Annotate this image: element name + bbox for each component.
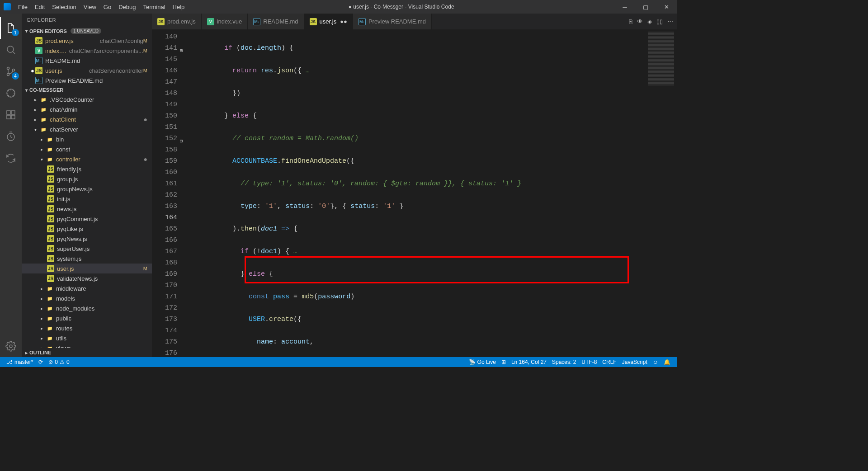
tab-dirty-icon: ● <box>340 18 347 25</box>
scm-badge: 4 <box>12 72 19 80</box>
tabs-actions: ⎘ 👁 ◈ ▯▯ ⋯ <box>629 14 677 29</box>
open-editor-item[interactable]: ●JSuser.jschatServer\controllerM <box>22 66 152 75</box>
code-editor[interactable]: 140141⊞145146147148149150151152⊞15815916… <box>152 29 677 357</box>
maximize-button[interactable]: ▢ <box>635 0 656 14</box>
menu-debug[interactable]: Debug <box>115 2 139 12</box>
open-editor-item[interactable]: M↓README.md <box>22 56 152 66</box>
tree-item[interactable]: JSfriendly.js <box>22 164 152 174</box>
tree-item[interactable]: ▸📁public <box>22 313 152 323</box>
tree-item[interactable]: ▸📁routes <box>22 323 152 333</box>
svg-point-4 <box>13 69 15 71</box>
activity-sync[interactable] <box>0 147 22 169</box>
status-bell[interactable]: 🔔 <box>661 359 673 365</box>
menu-help[interactable]: Help <box>169 2 189 12</box>
split-icon[interactable]: ▯▯ <box>656 18 663 25</box>
open-editors-header[interactable]: ▾ OPEN EDITORS 1 UNSAVED <box>22 26 152 36</box>
status-port[interactable]: ⊞ <box>499 359 509 365</box>
open-editor-item[interactable]: M↓Preview README.md <box>22 75 152 85</box>
editor-tabs: JSprod.env.jsVindex.vueM↓README.mdJSuser… <box>152 14 677 29</box>
svg-rect-9 <box>11 115 15 119</box>
editor-tab[interactable]: M↓README.md <box>248 14 304 29</box>
tree-item[interactable]: ▸📁const <box>22 144 152 154</box>
menu-selection[interactable]: Selection <box>48 2 80 12</box>
svg-point-2 <box>7 67 9 70</box>
editor-tab[interactable]: JSprod.env.js <box>152 14 202 29</box>
tree-item[interactable]: JSuser.jsM <box>22 264 152 273</box>
tree-item[interactable]: ▸📁utils <box>22 333 152 343</box>
activity-explorer[interactable]: 1 <box>0 17 22 39</box>
status-spaces[interactable]: Spaces: 2 <box>549 359 579 365</box>
outline-header[interactable]: ▸ OUTLINE <box>22 348 152 357</box>
tree-item[interactable]: ▸📁bin <box>22 134 152 144</box>
status-encoding[interactable]: UTF-8 <box>579 359 599 365</box>
svg-rect-6 <box>7 111 10 114</box>
menu-file[interactable]: File <box>14 2 31 12</box>
tree-item[interactable]: ▸📁node_modules <box>22 303 152 313</box>
code-content[interactable]: if (doc.length) { return res.json({ … })… <box>184 29 645 357</box>
menu-go[interactable]: Go <box>100 2 115 12</box>
open-editors-list: JSprod.env.jschatClient\configMVindex.vu… <box>22 36 152 85</box>
close-button[interactable]: ✕ <box>656 0 677 14</box>
tree-item[interactable]: ▸📁views <box>22 343 152 348</box>
status-branch[interactable]: ⎇ master* <box>4 359 36 365</box>
tree-item[interactable]: JSnews.js <box>22 204 152 214</box>
status-errors[interactable]: ⊘ 0 ⚠ 0 <box>46 359 72 365</box>
tree-item[interactable]: JSvalidateNews.js <box>22 273 152 283</box>
unsaved-badge: 1 UNSAVED <box>71 28 101 34</box>
svg-line-1 <box>13 52 15 54</box>
activity-scm[interactable]: 4 <box>0 61 22 82</box>
diff-icon[interactable]: ◈ <box>647 18 652 25</box>
sidebar-title: EXPLORER <box>22 14 152 26</box>
menu-view[interactable]: View <box>80 2 100 12</box>
menu-bar: File Edit Selection View Go Debug Termin… <box>14 2 188 12</box>
activity-extensions[interactable] <box>0 104 22 126</box>
workspace-tree: ▸📁.VSCodeCounter▸📁chatAdmin▸📁chatClient●… <box>22 94 152 348</box>
tree-item[interactable]: JSgroupNews.js <box>22 184 152 194</box>
status-golive[interactable]: 📡 Go Live <box>466 359 499 365</box>
tree-item[interactable]: JSsuperUser.js <box>22 244 152 254</box>
window-controls: ─ ▢ ✕ <box>614 0 677 14</box>
tree-item[interactable]: JSpyqLike.js <box>22 224 152 234</box>
minimize-button[interactable]: ─ <box>614 0 635 14</box>
tree-item[interactable]: ▸📁chatAdmin <box>22 104 152 114</box>
tree-item[interactable]: ▸📁chatClient● <box>22 114 152 124</box>
tree-item[interactable]: ▾📁chatServer <box>22 124 152 134</box>
sidebar: EXPLORER ▾ OPEN EDITORS 1 UNSAVED JSprod… <box>22 14 152 357</box>
activity-search[interactable] <box>0 39 22 61</box>
statusbar: ⎇ master* ⟳ ⊘ 0 ⚠ 0 📡 Go Live ⊞ Ln 164, … <box>0 357 677 367</box>
svg-point-0 <box>7 46 14 52</box>
status-feedback[interactable]: ☺ <box>650 359 661 365</box>
open-editor-item[interactable]: JSprod.env.jschatClient\configM <box>22 36 152 46</box>
editor-tab[interactable]: Vindex.vue <box>202 14 248 29</box>
menu-edit[interactable]: Edit <box>31 2 48 12</box>
more-icon[interactable]: ⋯ <box>667 18 673 25</box>
tree-item[interactable]: ▸📁middleware <box>22 283 152 293</box>
minimap[interactable] <box>645 29 677 357</box>
status-eol[interactable]: CRLF <box>599 359 619 365</box>
status-lang[interactable]: JavaScript <box>619 359 650 365</box>
svg-rect-8 <box>7 115 10 119</box>
menu-terminal[interactable]: Terminal <box>139 2 169 12</box>
window-title: ● user.js - Co-Messger - Visual Studio C… <box>188 4 614 10</box>
status-sync[interactable]: ⟳ <box>36 359 46 365</box>
editor-tab[interactable]: JSuser.js● <box>304 14 353 29</box>
preview-icon[interactable]: 👁 <box>637 18 643 25</box>
editor-tab[interactable]: M↓Preview README.md <box>353 14 432 29</box>
compare-icon[interactable]: ⎘ <box>629 18 632 25</box>
explorer-badge: 1 <box>12 29 19 36</box>
workspace-header[interactable]: ▾ CO-MESSGER <box>22 85 152 94</box>
status-position[interactable]: Ln 164, Col 27 <box>509 359 549 365</box>
activity-timer[interactable] <box>0 126 22 147</box>
tree-item[interactable]: ▸📁.VSCodeCounter <box>22 94 152 104</box>
activity-settings[interactable] <box>0 335 22 357</box>
tree-item[interactable]: JSsystem.js <box>22 254 152 264</box>
open-editor-item[interactable]: Vindex.vuechatClient\src\components...M <box>22 46 152 56</box>
tree-item[interactable]: JSpyqNews.js <box>22 234 152 244</box>
activity-debug[interactable] <box>0 82 22 104</box>
tree-item[interactable]: ▸📁models <box>22 293 152 303</box>
tree-item[interactable]: ▾📁controller● <box>22 154 152 164</box>
tree-item[interactable]: JSinit.js <box>22 194 152 204</box>
tree-item[interactable]: JSpyqComment.js <box>22 214 152 224</box>
tree-item[interactable]: JSgroup.js <box>22 174 152 184</box>
line-gutter: 140141⊞145146147148149150151152⊞15815916… <box>152 29 184 357</box>
